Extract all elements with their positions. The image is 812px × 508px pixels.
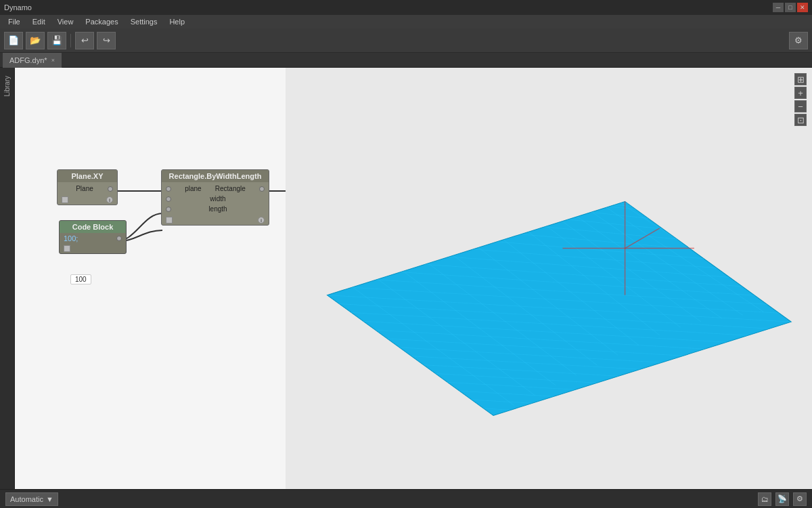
rectangle-port-plane: plane Rectangle: [162, 184, 269, 194]
rectangle-port-length: length: [162, 204, 269, 214]
zoom-fit-button[interactable]: ⊡: [794, 114, 807, 126]
settings-icon-button[interactable]: ⚙: [789, 32, 808, 49]
code-block-header: Code Block: [60, 221, 126, 233]
svg-line-51: [743, 232, 792, 272]
menu-bar: File Edit View Packages Settings Help: [0, 15, 812, 28]
rectangle-body: plane Rectangle width length: [162, 182, 269, 215]
title-bar: Dynamo ─ □ ✕: [0, 0, 812, 15]
plane-xy-output-port[interactable]: [108, 186, 113, 192]
zoom-in-button[interactable]: +: [794, 87, 807, 99]
status-icons: 🗂 📡 ⚙: [758, 492, 807, 506]
sidebar-library-label[interactable]: Library: [3, 70, 11, 102]
redo-button[interactable]: ↪: [97, 32, 116, 49]
rectangle-input-length[interactable]: [166, 207, 171, 212]
rectangle-input-plane[interactable]: [166, 186, 171, 192]
close-button[interactable]: ✕: [797, 3, 808, 12]
run-mode-label: Automatic: [10, 495, 43, 503]
run-mode-dropdown[interactable]: Automatic ▼: [5, 492, 58, 506]
canvas-area[interactable]: Plane.XY Plane i Rectangle.ByWidthLength: [15, 68, 812, 489]
toolbar: 📄 📂 💾 ↩ ↪ ⚙: [0, 28, 812, 53]
svg-line-53: [784, 245, 791, 262]
plane-xy-header: Plane.XY: [58, 170, 117, 182]
new-button[interactable]: 📄: [4, 32, 23, 49]
viewport-3d[interactable]: ⊞ + − ⊡: [286, 68, 812, 489]
main-area: Library Plane.XY Plane: [0, 68, 812, 489]
open-button[interactable]: 📂: [26, 32, 45, 49]
toolbar-separator: [70, 34, 71, 47]
status-bar: Automatic ▼ 🗂 📡 ⚙: [0, 489, 812, 508]
plane-xy-footer: i: [58, 195, 117, 205]
plane-xy-body: Plane: [58, 182, 117, 195]
code-block-output-port[interactable]: [116, 236, 122, 241]
tab-close-button[interactable]: ×: [51, 57, 55, 64]
fit-view-button[interactable]: ⊞: [794, 73, 807, 85]
tab-adfg[interactable]: ADFG.dyn* ×: [3, 53, 62, 68]
svg-line-28: [327, 391, 791, 418]
maximize-button[interactable]: □: [785, 3, 796, 12]
network-icon[interactable]: 📡: [775, 492, 789, 506]
plane-xy-info-icon[interactable]: i: [106, 196, 113, 203]
code-block-checkbox[interactable]: [64, 245, 70, 252]
tab-bar: ADFG.dyn* ×: [0, 53, 812, 68]
menu-packages[interactable]: Packages: [80, 15, 123, 28]
code-block-body: 100;: [60, 233, 126, 244]
dropdown-arrow-icon: ▼: [46, 495, 53, 503]
undo-button[interactable]: ↩: [75, 32, 94, 49]
plane-xy-checkbox[interactable]: [62, 196, 68, 203]
plane-xy-node[interactable]: Plane.XY Plane i: [57, 169, 118, 205]
menu-view[interactable]: View: [52, 15, 79, 28]
rectangle-header: Rectangle.ByWidthLength: [162, 170, 269, 182]
rectangle-info-icon[interactable]: i: [258, 217, 265, 224]
sidebar: Library: [0, 68, 15, 489]
settings-status-icon[interactable]: ⚙: [793, 492, 807, 506]
menu-file[interactable]: File: [3, 15, 26, 28]
backup-icon[interactable]: 🗂: [758, 492, 771, 506]
code-block-footer: [60, 244, 126, 253]
tab-label: ADFG.dyn*: [9, 56, 47, 64]
rectangle-node[interactable]: Rectangle.ByWidthLength plane Rectangle …: [161, 169, 269, 226]
menu-edit[interactable]: Edit: [27, 15, 51, 28]
code-block-preview: 100: [70, 274, 91, 284]
plane-xy-port-plane: Plane: [58, 184, 117, 194]
zoom-controls: ⊞ + − ⊡: [794, 73, 807, 126]
menu-help[interactable]: Help: [164, 15, 190, 28]
menu-settings[interactable]: Settings: [125, 15, 163, 28]
svg-line-50: [722, 226, 791, 278]
svg-line-52: [763, 238, 791, 267]
save-button[interactable]: 💾: [47, 32, 66, 49]
app-title: Dynamo: [4, 3, 32, 12]
rectangle-footer: i: [162, 215, 269, 225]
svg-line-30: [327, 408, 791, 434]
code-block-value: 100;: [64, 234, 78, 242]
code-block-node[interactable]: Code Block 100;: [59, 220, 127, 254]
svg-line-29: [327, 400, 791, 426]
minimize-button[interactable]: ─: [773, 3, 784, 12]
rectangle-output[interactable]: [259, 186, 265, 192]
rectangle-checkbox[interactable]: [166, 217, 173, 224]
rectangle-input-width[interactable]: [166, 196, 171, 202]
zoom-out-button[interactable]: −: [794, 100, 807, 112]
surface-3d-svg: [286, 68, 812, 489]
rectangle-port-width: width: [162, 194, 269, 204]
window-controls: ─ □ ✕: [773, 3, 808, 12]
